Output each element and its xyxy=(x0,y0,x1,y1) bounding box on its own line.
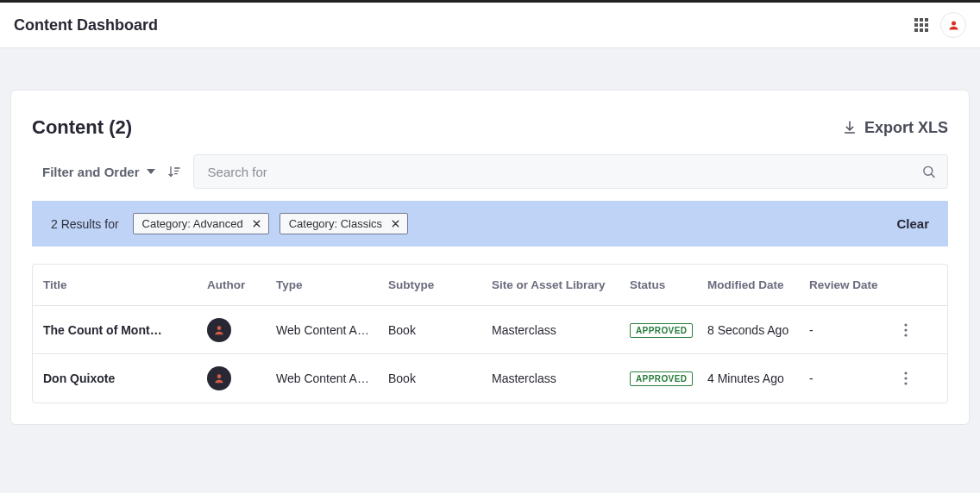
cell-subtype: Book xyxy=(388,371,492,385)
export-xls-button[interactable]: Export XLS xyxy=(842,119,948,137)
filter-chip-label: Category: Advanced xyxy=(142,217,243,230)
content-card: Content (2) Export XLS Filter and Order xyxy=(10,90,970,425)
filter-chip-label: Category: Classics xyxy=(289,217,382,230)
col-title[interactable]: Title xyxy=(43,278,207,291)
close-icon xyxy=(391,219,400,228)
chip-remove-button[interactable] xyxy=(391,219,400,228)
svg-point-5 xyxy=(904,334,907,336)
filter-chip: Category: Advanced xyxy=(133,213,269,234)
content-table: Title Author Type Subtype Site or Asset … xyxy=(32,264,948,403)
status-badge: APPROVED xyxy=(630,323,693,338)
status-badge: APPROVED xyxy=(630,371,693,386)
cell-modified: 8 Seconds Ago xyxy=(707,323,809,337)
author-avatar xyxy=(207,366,231,390)
chevron-down-icon xyxy=(147,169,155,174)
list-toolbar: Filter and Order xyxy=(11,154,969,201)
cell-modified: 4 Minutes Ago xyxy=(707,371,809,385)
svg-point-6 xyxy=(217,374,222,378)
cell-status: APPROVED xyxy=(630,371,707,386)
cell-type: Web Content A… xyxy=(276,371,388,385)
col-review[interactable]: Review Date xyxy=(809,278,904,291)
cell-subtype: Book xyxy=(388,323,492,337)
col-modified[interactable]: Modified Date xyxy=(707,278,809,291)
cell-review: - xyxy=(809,371,904,385)
author-avatar xyxy=(207,318,231,342)
col-type[interactable]: Type xyxy=(276,278,388,291)
col-site[interactable]: Site or Asset Library xyxy=(492,278,630,291)
svg-point-3 xyxy=(904,323,907,326)
svg-point-4 xyxy=(904,328,907,331)
svg-point-0 xyxy=(952,21,956,25)
filter-chip: Category: Classics xyxy=(280,213,408,234)
row-actions-button[interactable] xyxy=(904,323,939,337)
cell-site: Masterclass xyxy=(492,371,630,385)
topbar-actions xyxy=(914,12,966,38)
col-status[interactable]: Status xyxy=(630,278,707,291)
table-header: Title Author Type Subtype Site or Asset … xyxy=(33,265,947,306)
table-row[interactable]: Don Quixote Web Content A… Book Mastercl… xyxy=(33,354,947,403)
col-subtype[interactable]: Subtype xyxy=(388,278,492,291)
user-icon xyxy=(213,372,225,384)
topbar: Content Dashboard xyxy=(0,0,980,48)
sort-icon xyxy=(167,165,181,178)
card-title: Content (2) xyxy=(32,116,842,139)
svg-point-9 xyxy=(904,382,907,384)
cell-type: Web Content A… xyxy=(276,323,388,337)
cell-author xyxy=(207,366,276,390)
search-icon xyxy=(921,165,936,179)
cell-title: Don Quixote xyxy=(43,371,207,385)
user-icon xyxy=(947,19,960,32)
cell-review: - xyxy=(809,323,904,337)
search-icon-button[interactable] xyxy=(921,165,936,179)
cell-title: The Count of Mont… xyxy=(43,323,207,337)
apps-icon[interactable] xyxy=(914,18,928,32)
search-input[interactable] xyxy=(193,154,948,189)
chip-remove-button[interactable] xyxy=(252,219,261,228)
user-icon xyxy=(213,324,225,336)
kebab-icon xyxy=(904,371,908,385)
filter-order-label: Filter and Order xyxy=(42,165,140,179)
cell-author xyxy=(207,318,276,342)
filter-results-label: 2 Results for xyxy=(51,217,119,231)
filter-results-bar: 2 Results for Category: Advanced Categor… xyxy=(32,201,948,246)
svg-point-7 xyxy=(904,371,907,374)
user-avatar-button[interactable] xyxy=(940,12,966,38)
kebab-icon xyxy=(904,323,908,337)
table-row[interactable]: The Count of Mont… Web Content A… Book M… xyxy=(33,306,947,354)
clear-filters-button[interactable]: Clear xyxy=(896,216,929,231)
page-title: Content Dashboard xyxy=(14,16,914,34)
svg-point-8 xyxy=(904,377,907,379)
cell-site: Masterclass xyxy=(492,323,630,337)
card-header: Content (2) Export XLS xyxy=(11,90,969,154)
cell-status: APPROVED xyxy=(630,322,707,338)
svg-point-2 xyxy=(217,326,222,330)
svg-point-1 xyxy=(924,166,933,175)
export-label: Export XLS xyxy=(864,119,948,137)
close-icon xyxy=(252,219,261,228)
download-icon xyxy=(842,120,858,135)
sort-button[interactable] xyxy=(167,165,181,178)
row-actions-button[interactable] xyxy=(904,371,939,385)
search-wrap xyxy=(193,154,948,189)
filter-order-button[interactable]: Filter and Order xyxy=(42,165,155,179)
col-author[interactable]: Author xyxy=(207,278,276,291)
